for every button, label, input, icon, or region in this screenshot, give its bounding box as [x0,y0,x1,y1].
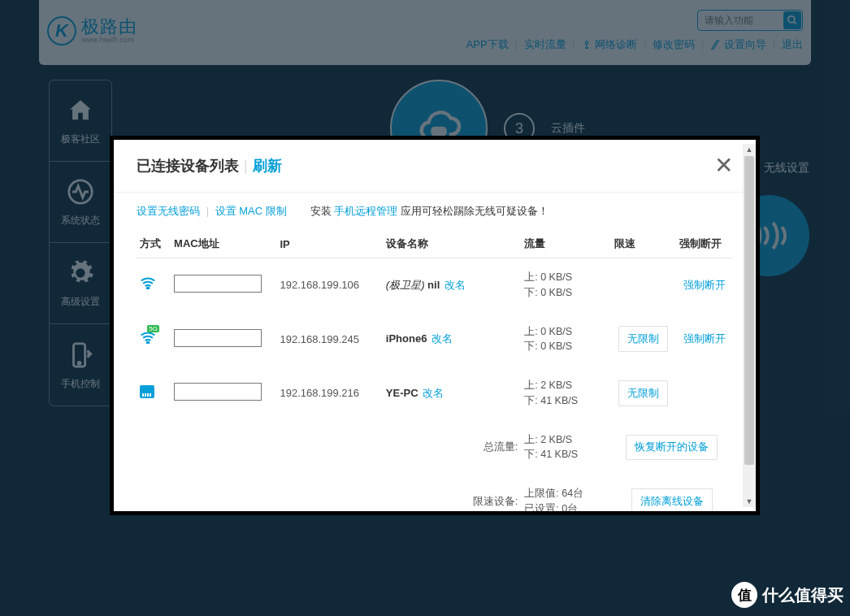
clear-offline-button[interactable]: 清除离线设备 [631,488,713,511]
col-traffic: 流量 [521,230,610,258]
modal-links: 设置无线密码 | 设置 MAC 限制 安装 手机远程管理 应用可轻松踢除无线可疑… [137,204,733,219]
col-mac: MAC地址 [171,230,276,258]
limit-label: 限速设备: [137,475,521,512]
close-button[interactable]: ✕ [714,154,733,177]
ip-cell: 192.168.199.216 [276,367,382,421]
devices-modal: 已连接设备列表|刷新 ✕ 设置无线密码 | 设置 MAC 限制 安装 手机远程管… [110,136,760,515]
svg-point-7 [147,288,150,290]
ethernet-icon [140,385,154,398]
col-method: 方式 [137,230,171,258]
scrollbar[interactable]: ▲ ▼ [743,144,756,507]
col-limit: 限速 [611,230,676,258]
col-disc: 强制断开 [676,230,733,258]
scroll-up-icon[interactable]: ▲ [743,144,756,155]
col-name: 设备名称 [383,230,521,258]
limit-button[interactable]: 无限制 [618,380,668,406]
rename-link[interactable]: 改名 [423,387,444,399]
link-remote[interactable]: 手机远程管理 [334,205,397,217]
disconnect-link[interactable]: 强制断开 [683,279,726,291]
ip-cell: 192.168.199.106 [276,258,382,313]
table-row: 192.168.199.245 iPhone6 改名 上: 0 KB/S下: 0… [137,312,733,367]
scroll-thumb[interactable] [744,156,754,465]
wifi-5g-icon [140,331,156,348]
summary-row-total: 总流量: 上: 2 KB/S下: 41 KB/S 恢复断开的设备 [137,420,733,475]
modal-body: 设置无线密码 | 设置 MAC 限制 安装 手机远程管理 应用可轻松踢除无线可疑… [114,193,756,511]
watermark-icon: 值 [731,582,757,608]
ip-cell: 192.168.199.245 [276,312,382,367]
mac-field[interactable] [174,275,262,293]
disconnect-link[interactable]: 强制断开 [683,332,726,345]
link-mac-limit[interactable]: 设置 MAC 限制 [215,205,287,217]
summary-row-limit: 限速设备: 上限值: 64台已设置: 0台 清除离线设备 [137,475,733,512]
restore-button[interactable]: 恢复断开的设备 [626,435,718,460]
refresh-link[interactable]: 刷新 [253,158,282,174]
watermark-text: 什么值得买 [762,584,843,606]
total-label: 总流量: [137,420,521,475]
watermark: 值 什么值得买 [731,582,843,608]
modal-title: 已连接设备列表|刷新 [137,156,282,176]
svg-point-8 [147,341,150,344]
rename-link[interactable]: 改名 [445,279,466,291]
mac-field[interactable] [174,383,262,401]
rename-link[interactable]: 改名 [432,332,453,345]
col-ip: IP [276,230,382,258]
link-wifi-pwd[interactable]: 设置无线密码 [137,205,200,217]
modal-header: 已连接设备列表|刷新 ✕ [114,140,756,193]
scroll-down-icon[interactable]: ▼ [743,496,756,507]
wifi-icon [140,276,156,293]
mac-field[interactable] [174,329,262,347]
table-row: 192.168.199.216 YE-PC 改名 上: 2 KB/S下: 41 … [137,367,733,421]
limit-button[interactable]: 无限制 [618,326,668,352]
table-row: 192.168.199.106 (极卫星) nil 改名 上: 0 KB/S下:… [137,258,733,313]
devices-table: 方式 MAC地址 IP 设备名称 流量 限速 强制断开 192.168.199.… [137,230,733,511]
